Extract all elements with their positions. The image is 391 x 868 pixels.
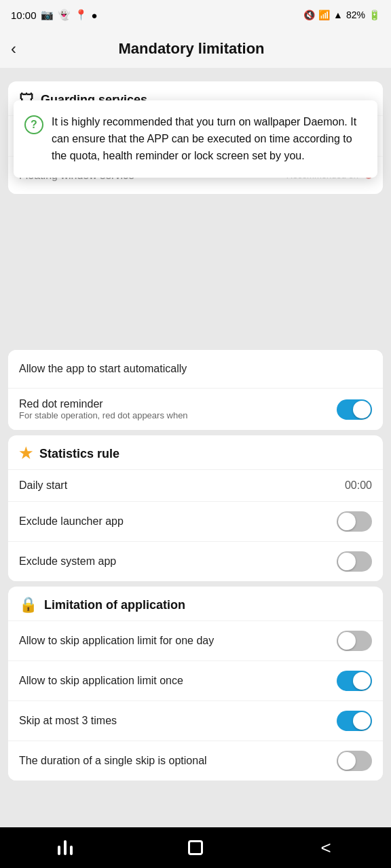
exclude-system-label: Exclude system app	[19, 555, 337, 568]
status-time: 10:00	[11, 9, 37, 21]
star-icon: ★	[19, 445, 33, 462]
battery-icon: 🔋	[369, 9, 380, 20]
home-icon	[188, 840, 203, 855]
status-dot: ●	[92, 9, 98, 21]
skip-limit-once-label: Allow to skip application limit once	[19, 675, 337, 687]
status-ghost-icon: 👻	[58, 9, 71, 21]
red-dot-reminder-row[interactable]: Red dot reminder For stable operation, r…	[8, 388, 383, 430]
wifi-icon: 📶	[318, 9, 330, 20]
skip-duration-row[interactable]: The duration of a single skip is optiona…	[8, 741, 383, 781]
red-dot-toggle[interactable]	[337, 399, 372, 420]
other-rows-card: Allow the app to start automatically Red…	[8, 350, 383, 430]
exclude-system-row[interactable]: Exclude system app	[8, 541, 383, 581]
allow-autostart-label: Allow the app to start automatically	[19, 363, 372, 375]
recent-apps-icon	[58, 840, 73, 855]
daily-start-value: 00:00	[345, 479, 372, 492]
main-content: 🛡 Guarding services Wallpaper guard serv…	[0, 68, 391, 848]
exclude-launcher-label: Exclude launcher app	[19, 515, 337, 528]
skip-limit-day-row[interactable]: Allow to skip application limit for one …	[8, 620, 383, 660]
skip-limit-day-label: Allow to skip application limit for one …	[19, 635, 337, 647]
mute-icon: 🔇	[303, 9, 315, 20]
red-dot-sublabel: For stable operation, red dot appears wh…	[19, 410, 337, 420]
red-dot-label: Red dot reminder	[19, 398, 337, 410]
limitation-section-header: 🔒 Limitation of application	[8, 587, 383, 620]
skip-limit-once-toggle[interactable]	[337, 671, 372, 691]
limitation-section-card: 🔒 Limitation of application Allow to ski…	[8, 587, 383, 781]
status-right: 🔇 📶 ▲ 82% 🔋	[303, 9, 380, 20]
home-button[interactable]	[175, 834, 216, 861]
lock-icon: 🔒	[19, 596, 37, 614]
dialog-question-icon: ?	[24, 115, 43, 134]
statistics-section-card: ★ Statistics rule Daily start 00:00 Excl…	[8, 435, 383, 581]
exclude-launcher-row[interactable]: Exclude launcher app	[8, 501, 383, 541]
skip-duration-toggle[interactable]	[337, 751, 372, 771]
battery-percent: 82%	[346, 9, 365, 20]
statistics-section-header: ★ Statistics rule	[8, 435, 383, 469]
exclude-system-toggle[interactable]	[337, 551, 372, 572]
daily-start-row[interactable]: Daily start 00:00	[8, 469, 383, 501]
signal-icon: ▲	[333, 9, 343, 20]
recent-apps-button[interactable]	[45, 834, 86, 861]
back-button[interactable]: ‹	[11, 39, 16, 58]
status-left: 10:00 📷 👻 📍 ●	[11, 9, 98, 21]
skip-most-3-label: Skip at most 3 times	[19, 715, 337, 727]
skip-limit-day-toggle[interactable]	[337, 631, 372, 651]
nav-bar: <	[0, 827, 391, 868]
dialog-message: It is highly recommended that you turn o…	[52, 114, 365, 164]
page-title: Mandatory limitation	[27, 40, 356, 58]
top-bar: ‹ Mandatory limitation	[0, 30, 391, 68]
back-nav-button[interactable]: <	[305, 834, 346, 861]
daily-start-label: Daily start	[19, 479, 345, 492]
status-location-icon: 📍	[75, 9, 88, 21]
skip-most-3-toggle[interactable]	[337, 711, 372, 731]
skip-duration-label: The duration of a single skip is optiona…	[19, 755, 337, 767]
status-bar: 10:00 📷 👻 📍 ● 🔇 📶 ▲ 82% 🔋	[0, 0, 391, 30]
allow-autostart-row[interactable]: Allow the app to start automatically	[8, 350, 383, 388]
exclude-launcher-toggle[interactable]	[337, 511, 372, 532]
back-nav-icon: <	[320, 837, 331, 859]
statistics-section-title: Statistics rule	[39, 447, 119, 461]
dialog-popup: ? It is highly recommended that you turn…	[14, 100, 377, 178]
status-photo-icon: 📷	[41, 9, 54, 21]
skip-most-3-row[interactable]: Skip at most 3 times	[8, 701, 383, 741]
limitation-section-title: Limitation of application	[44, 598, 185, 612]
skip-limit-once-row[interactable]: Allow to skip application limit once	[8, 660, 383, 701]
